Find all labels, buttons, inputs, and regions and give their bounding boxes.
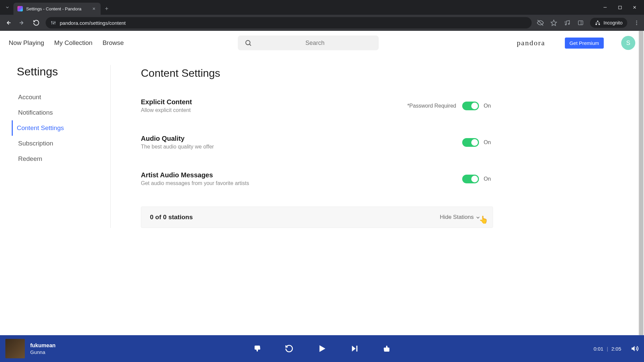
search-input[interactable]: [258, 40, 372, 47]
reload-button[interactable]: [32, 18, 41, 27]
browser-tab[interactable]: Settings - Content - Pandora: [13, 3, 101, 15]
user-avatar[interactable]: S: [621, 36, 635, 50]
nav-now-playing[interactable]: Now Playing: [9, 39, 44, 47]
browser-menu-button[interactable]: [633, 19, 641, 27]
close-tab-button[interactable]: [91, 6, 97, 11]
svg-point-22: [636, 20, 637, 21]
svg-marker-30: [632, 346, 635, 351]
incognito-icon: [595, 20, 601, 26]
svg-marker-15: [551, 20, 557, 26]
page-scrollbar[interactable]: [638, 31, 644, 335]
track-artist[interactable]: Gunna: [30, 349, 56, 355]
pandora-favicon-icon: [17, 6, 23, 11]
svg-point-12: [53, 23, 54, 24]
toggle-state-label: On: [484, 139, 493, 145]
nav-my-collection[interactable]: My Collection: [54, 39, 93, 47]
sidebar-item-content-settings[interactable]: Content Settings: [12, 120, 104, 136]
url-text: pandora.com/settings/content: [60, 20, 126, 26]
setting-title: Audio Quality: [141, 135, 462, 142]
media-control-icon[interactable]: [563, 19, 571, 27]
back-button[interactable]: [3, 18, 13, 27]
close-window-button[interactable]: [631, 3, 639, 11]
svg-point-13: [54, 22, 55, 23]
svg-point-23: [636, 22, 637, 23]
track-title[interactable]: fukumean: [30, 343, 56, 349]
svg-line-26: [250, 44, 251, 46]
bookmark-star-icon[interactable]: [550, 19, 558, 27]
sidebar-item-account[interactable]: Account: [17, 89, 104, 105]
setting-description: Allow explicit content: [141, 107, 407, 113]
svg-point-16: [565, 24, 566, 25]
elapsed-time: 0:01: [594, 346, 603, 352]
player-bar: fukumean Gunna 0:01 | 2:05: [0, 335, 644, 362]
incognito-label: Incognito: [603, 20, 623, 25]
hide-stations-button[interactable]: Hide Stations: [440, 214, 481, 221]
toggle-state-label: On: [484, 176, 493, 182]
stations-count: 0 of 0 stations: [150, 214, 440, 221]
thumbs-up-button[interactable]: [383, 345, 391, 353]
volume-button[interactable]: [631, 345, 639, 353]
sidebar-item-redeem[interactable]: Redeem: [17, 151, 104, 167]
settings-heading: Settings: [17, 65, 104, 78]
setting-title: Artist Audio Messages: [141, 171, 462, 179]
svg-marker-27: [320, 345, 326, 352]
svg-rect-20: [578, 21, 583, 25]
toggle-state-label: On: [484, 103, 493, 109]
svg-rect-29: [356, 346, 357, 351]
sidebar-item-notifications[interactable]: Notifications: [17, 105, 104, 120]
tab-title: Settings - Content - Pandora: [26, 6, 88, 11]
setting-audio-quality: Audio Quality The best audio quality we …: [141, 130, 493, 167]
svg-point-11: [51, 21, 52, 22]
svg-point-17: [569, 23, 570, 24]
setting-title: Explicit Content: [141, 98, 407, 106]
search-icon: [245, 39, 252, 47]
replay-button[interactable]: [285, 344, 293, 353]
search-field[interactable]: [238, 36, 379, 50]
total-duration: 2:05: [611, 346, 621, 352]
svg-marker-28: [352, 346, 356, 351]
album-art[interactable]: [5, 339, 25, 358]
svg-point-25: [246, 41, 250, 45]
get-premium-button[interactable]: Get Premium: [565, 38, 604, 49]
new-tab-button[interactable]: +: [102, 4, 111, 13]
pandora-logo[interactable]: pandora: [517, 39, 545, 47]
stations-bar: 0 of 0 stations Hide Stations 👆: [141, 206, 493, 228]
incognito-badge[interactable]: Incognito: [590, 18, 627, 28]
nav-browse[interactable]: Browse: [103, 39, 124, 47]
setting-artist-messages: Artist Audio Messages Get audio messages…: [141, 167, 493, 203]
explicit-content-toggle[interactable]: [462, 102, 479, 110]
site-settings-icon[interactable]: [50, 20, 56, 26]
minimize-window-button[interactable]: [601, 3, 609, 11]
artist-messages-toggle[interactable]: [462, 175, 479, 183]
tab-search-dropdown[interactable]: [3, 3, 12, 12]
svg-rect-3: [619, 6, 622, 9]
page-title: Content Settings: [141, 67, 493, 79]
password-required-note: *Password Required: [407, 103, 456, 109]
maximize-window-button[interactable]: [616, 3, 624, 11]
forward-button: [17, 18, 27, 27]
tracking-protection-icon[interactable]: [536, 19, 544, 27]
cursor-icon: 👆: [479, 216, 488, 224]
setting-description: Get audio messages from your favorite ar…: [141, 180, 462, 186]
setting-description: The best audio quality we offer: [141, 144, 462, 150]
side-panel-icon[interactable]: [577, 19, 585, 27]
thumbs-down-button[interactable]: [253, 345, 261, 353]
play-button[interactable]: [317, 344, 327, 354]
setting-explicit-content: Explicit Content Allow explicit content …: [141, 94, 493, 130]
sidebar-item-subscription[interactable]: Subscription: [17, 136, 104, 151]
audio-quality-toggle[interactable]: [462, 138, 479, 147]
svg-point-24: [636, 24, 637, 25]
time-separator: |: [607, 346, 608, 352]
address-bar[interactable]: pandora.com/settings/content: [46, 17, 532, 28]
skip-button[interactable]: [351, 344, 359, 353]
